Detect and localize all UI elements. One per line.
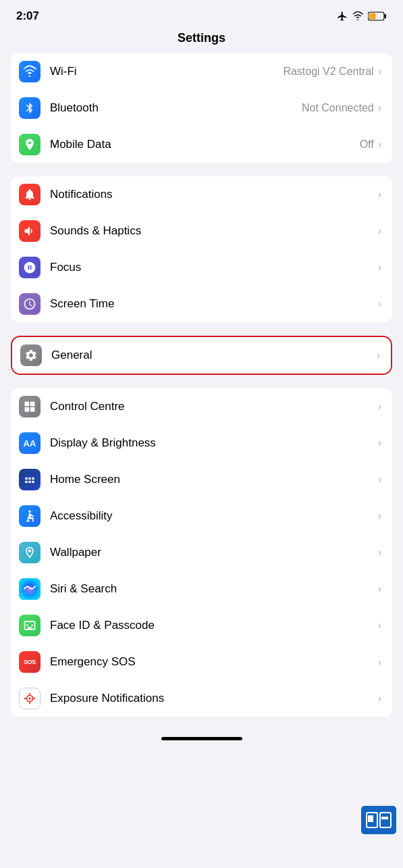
bluetooth-value: Not Connected <box>302 102 374 114</box>
faceid-row[interactable]: Face ID & Passcode › <box>11 607 392 644</box>
mobiledata-icon-bg <box>19 134 41 155</box>
mobiledata-label: Mobile Data <box>50 138 360 151</box>
svg-point-7 <box>28 697 31 700</box>
controlcentre-row[interactable]: Control Centre › <box>11 388 392 425</box>
accessibility-icon-bg <box>19 505 41 527</box>
general-icon-bg <box>20 344 42 366</box>
exposure-chevron: › <box>378 692 381 705</box>
wifi-row[interactable]: Wi-Fi Rastogi V2 Central › <box>11 53 392 90</box>
faceid-label: Face ID & Passcode <box>50 619 378 632</box>
exposure-icon-bg <box>19 688 41 709</box>
wifi-chevron: › <box>378 66 381 78</box>
homescreen-row[interactable]: Home Screen › <box>11 461 392 498</box>
svg-rect-14 <box>380 813 391 827</box>
display-chevron: › <box>378 437 381 449</box>
siri-label: Siri & Search <box>50 582 378 596</box>
wifi-value: Rastogi V2 Central <box>283 66 373 78</box>
sounds-label: Sounds & Haptics <box>50 224 378 238</box>
svg-rect-1 <box>385 14 387 18</box>
general-group-wrapper: General › <box>11 336 392 375</box>
accessibility-chevron: › <box>378 510 381 522</box>
page-title: Settings <box>0 28 403 53</box>
screentime-chevron: › <box>378 298 381 310</box>
emergencysos-row[interactable]: SOS Emergency SOS › <box>11 644 392 680</box>
status-bar: 2:07 <box>0 0 403 28</box>
mobiledata-chevron: › <box>378 138 381 151</box>
emergencysos-chevron: › <box>378 656 381 668</box>
accessibility-row[interactable]: Accessibility › <box>11 498 392 534</box>
svg-rect-13 <box>368 815 373 822</box>
wallpaper-icon-bg <box>19 542 41 563</box>
wifi-icon-bg <box>19 61 41 82</box>
svg-rect-15 <box>381 817 388 819</box>
focus-chevron: › <box>378 261 381 274</box>
battery-icon <box>368 11 387 22</box>
general-highlight-border: General › <box>11 336 392 375</box>
bluetooth-label: Bluetooth <box>50 101 302 115</box>
second-settings-group: Control Centre › AA Display & Brightness… <box>11 388 392 717</box>
sounds-row[interactable]: Sounds & Haptics › <box>11 213 392 249</box>
homescreen-chevron: › <box>378 474 381 486</box>
sounds-chevron: › <box>378 225 381 237</box>
screentime-row[interactable]: Screen Time › <box>11 286 392 322</box>
display-row[interactable]: AA Display & Brightness › <box>11 425 392 461</box>
bluetooth-chevron: › <box>378 102 381 114</box>
exposure-label: Exposure Notifications <box>50 692 378 705</box>
emergencysos-icon-bg: SOS <box>19 651 41 673</box>
accessibility-label: Accessibility <box>50 509 378 523</box>
connectivity-group: Wi-Fi Rastogi V2 Central › Bluetooth Not… <box>11 53 392 163</box>
svg-point-5 <box>24 588 35 595</box>
display-label: Display & Brightness <box>50 436 378 450</box>
homescreen-label: Home Screen <box>50 473 378 486</box>
mobiledata-value: Off <box>360 138 374 151</box>
svg-point-3 <box>28 511 30 513</box>
exposure-row[interactable]: Exposure Notifications › <box>11 680 392 717</box>
mobiledata-row[interactable]: Mobile Data Off › <box>11 126 392 163</box>
focus-icon-bg <box>19 257 41 278</box>
airplane-icon <box>337 11 348 22</box>
faceid-icon <box>23 619 36 632</box>
wallpaper-row[interactable]: Wallpaper › <box>11 534 392 571</box>
display-aa-text: AA <box>24 439 36 448</box>
homescreen-icon-bg <box>19 469 41 490</box>
general-row[interactable]: General › <box>12 337 391 374</box>
siri-row[interactable]: Siri & Search › <box>11 571 392 607</box>
sos-text: SOS <box>24 659 36 665</box>
notifications-label: Notifications <box>50 188 378 201</box>
wifi-icon <box>352 11 364 22</box>
controlcentre-icon-bg <box>19 396 41 417</box>
home-bar <box>161 737 242 740</box>
watermark-logo <box>365 810 392 830</box>
notifications-group: Notifications › Sounds & Haptics › Focus… <box>11 176 392 322</box>
wifi-label: Wi-Fi <box>50 65 283 78</box>
faceid-icon-bg <box>19 615 41 636</box>
status-icons <box>337 11 387 22</box>
svg-rect-2 <box>369 14 376 20</box>
emergencysos-label: Emergency SOS <box>50 655 378 669</box>
siri-icon-bg <box>19 578 41 600</box>
notifications-icon-bg <box>19 184 41 205</box>
general-label: General <box>51 349 377 362</box>
focus-label: Focus <box>50 261 378 274</box>
siri-icon <box>19 578 41 600</box>
display-icon-bg: AA <box>19 432 41 454</box>
focus-row[interactable]: Focus › <box>11 249 392 286</box>
siri-chevron: › <box>378 583 381 595</box>
bluetooth-icon-bg <box>19 97 41 119</box>
watermark <box>361 806 396 834</box>
wallpaper-chevron: › <box>378 546 381 559</box>
screentime-label: Screen Time <box>50 297 378 311</box>
bluetooth-row[interactable]: Bluetooth Not Connected › <box>11 90 392 126</box>
notifications-chevron: › <box>378 188 381 201</box>
home-indicator <box>0 730 403 744</box>
notifications-row[interactable]: Notifications › <box>11 176 392 213</box>
sounds-icon-bg <box>19 220 41 242</box>
screentime-icon-bg <box>19 293 41 315</box>
controlcentre-label: Control Centre <box>50 400 378 413</box>
exposure-icon <box>22 691 37 706</box>
wallpaper-label: Wallpaper <box>50 546 378 559</box>
faceid-chevron: › <box>378 619 381 632</box>
controlcentre-chevron: › <box>378 401 381 413</box>
status-time: 2:07 <box>16 9 39 23</box>
general-chevron: › <box>377 349 380 361</box>
